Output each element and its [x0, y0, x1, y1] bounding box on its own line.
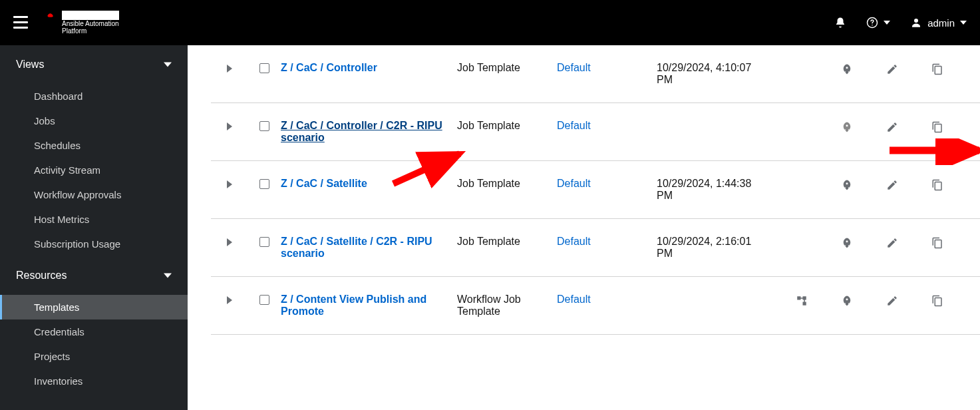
launch-button[interactable]	[841, 63, 853, 78]
template-row: Z / CaC / Satellite Job Template Default…	[211, 161, 980, 219]
edit-button[interactable]	[886, 121, 898, 136]
launch-button[interactable]	[841, 121, 853, 136]
bell-icon	[834, 17, 846, 29]
copy-button[interactable]	[931, 295, 943, 309]
template-name-link[interactable]: Z / CaC / Satellite / C2R - RIPU scenari…	[281, 236, 432, 259]
expand-button[interactable]	[226, 179, 234, 191]
user-menu[interactable]: admin	[910, 17, 967, 29]
expand-button[interactable]	[226, 121, 234, 133]
sidebar-item-templates[interactable]: Templates	[0, 295, 188, 319]
brand-sub2: Platform	[62, 27, 119, 35]
user-name: admin	[927, 17, 955, 29]
edit-button[interactable]	[886, 179, 898, 194]
copy-button[interactable]	[931, 63, 943, 78]
row-checkbox[interactable]	[259, 295, 269, 305]
organization-link[interactable]: Default	[557, 120, 591, 131]
nav-section-title: Views	[16, 59, 44, 71]
redhat-icon	[45, 11, 57, 23]
caret-down-icon	[960, 19, 967, 26]
template-row: Z / CaC / Controller / C2R - RIPU scenar…	[211, 103, 980, 161]
last-ran: 10/29/2024, 1:44:38 PM	[657, 178, 770, 202]
brand-sub1: Ansible Automation	[62, 20, 119, 27]
nav-section-header[interactable]: Views	[0, 45, 188, 84]
organization-link[interactable]: Default	[557, 62, 591, 73]
edit-button[interactable]	[886, 295, 898, 309]
sidebar-item-subscription-usage[interactable]: Subscription Usage	[0, 232, 188, 256]
organization-link[interactable]: Default	[557, 178, 591, 189]
caret-down-icon	[884, 19, 890, 26]
template-type: Workflow Job Template	[457, 294, 557, 317]
copy-button[interactable]	[931, 237, 943, 252]
sidebar-item-workflow-approvals[interactable]: Workflow Approvals	[0, 182, 188, 207]
chevron-down-icon	[164, 272, 172, 280]
template-type: Job Template	[457, 236, 557, 248]
visualizer-button[interactable]	[796, 295, 808, 309]
notifications-button[interactable]	[834, 17, 846, 29]
launch-button[interactable]	[841, 179, 853, 194]
chevron-down-icon	[164, 61, 172, 69]
launch-button[interactable]	[841, 237, 853, 252]
brand-main: Red Hat	[62, 11, 119, 20]
question-circle-icon	[866, 17, 878, 29]
nav-section-header[interactable]: Resources	[0, 256, 188, 295]
row-checkbox[interactable]	[259, 63, 269, 73]
launch-button[interactable]	[841, 295, 853, 309]
sidebar-item-projects[interactable]: Projects	[0, 344, 188, 369]
last-ran: 10/29/2024, 2:16:01 PM	[657, 236, 770, 260]
template-name-link[interactable]: Z / CaC / Controller	[281, 62, 377, 73]
copy-button[interactable]	[931, 179, 943, 194]
template-name-link[interactable]: Z / CaC / Satellite	[281, 178, 367, 189]
svg-point-2	[872, 25, 873, 26]
sidebar-item-schedules[interactable]: Schedules	[0, 133, 188, 158]
sidebar-item-host-metrics[interactable]: Host Metrics	[0, 207, 188, 232]
nav-toggle-button[interactable]	[13, 16, 28, 29]
user-icon	[910, 17, 922, 29]
template-type: Job Template	[457, 62, 557, 74]
brand-logo[interactable]: Red Hat Ansible Automation Platform	[45, 11, 119, 35]
template-row: Z / CaC / Satellite / C2R - RIPU scenari…	[211, 219, 980, 277]
template-row: Z / Content View Publish and Promote Wor…	[211, 277, 980, 335]
row-checkbox[interactable]	[259, 179, 269, 189]
edit-button[interactable]	[886, 63, 898, 78]
main-content: Z / CaC / Controller Job Template Defaul…	[188, 45, 980, 410]
sidebar: ViewsDashboardJobsSchedulesActivity Stre…	[0, 45, 188, 410]
top-header: Red Hat Ansible Automation Platform admi…	[0, 0, 980, 45]
help-menu[interactable]	[866, 17, 890, 29]
nav-section-title: Resources	[16, 270, 67, 282]
row-checkbox[interactable]	[259, 237, 269, 247]
template-type: Job Template	[457, 120, 557, 132]
sidebar-item-jobs[interactable]: Jobs	[0, 108, 188, 133]
sidebar-item-credentials[interactable]: Credentials	[0, 319, 188, 344]
template-row: Z / CaC / Controller Job Template Defaul…	[211, 45, 980, 103]
template-name-link[interactable]: Z / CaC / Controller / C2R - RIPU scenar…	[281, 120, 442, 143]
copy-button[interactable]	[931, 121, 943, 136]
row-checkbox[interactable]	[259, 121, 269, 131]
template-name-link[interactable]: Z / Content View Publish and Promote	[281, 294, 426, 317]
organization-link[interactable]: Default	[557, 236, 591, 247]
expand-button[interactable]	[226, 63, 234, 75]
sidebar-item-dashboard[interactable]: Dashboard	[0, 84, 188, 108]
expand-button[interactable]	[226, 237, 234, 249]
top-header-left: Red Hat Ansible Automation Platform	[13, 11, 119, 35]
sidebar-item-activity-stream[interactable]: Activity Stream	[0, 158, 188, 182]
svg-point-3	[914, 19, 918, 23]
edit-button[interactable]	[886, 237, 898, 252]
expand-button[interactable]	[226, 295, 234, 307]
top-header-right: admin	[834, 17, 967, 29]
template-type: Job Template	[457, 178, 557, 190]
sidebar-item-inventories[interactable]: Inventories	[0, 369, 188, 393]
last-ran: 10/29/2024, 4:10:07 PM	[657, 62, 770, 86]
organization-link[interactable]: Default	[557, 294, 591, 305]
